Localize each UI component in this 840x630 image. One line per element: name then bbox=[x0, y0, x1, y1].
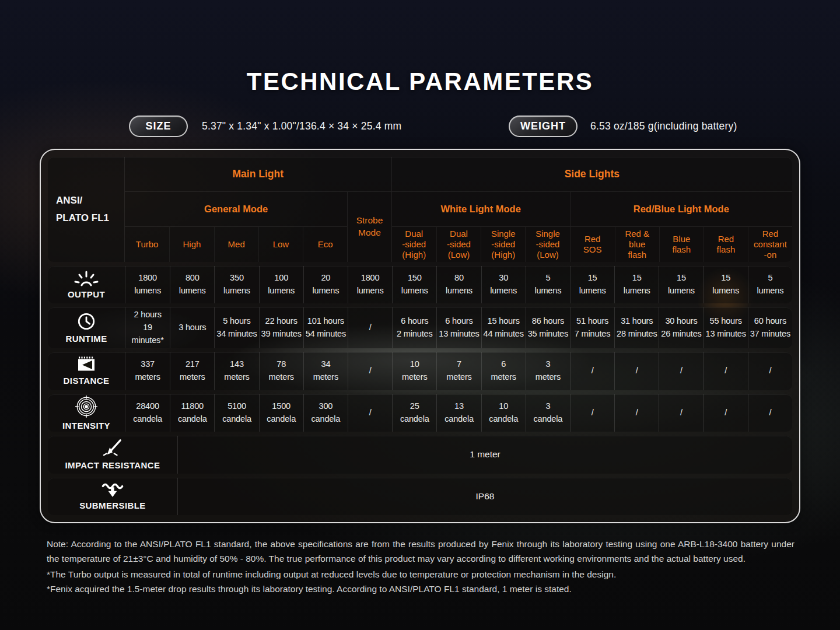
sunburst-icon bbox=[74, 270, 99, 286]
spec-cell: 143 meters bbox=[214, 352, 258, 390]
spec-cell: 55 hours 13 minutes bbox=[704, 307, 748, 348]
column-header: Dual -sided (Low) bbox=[436, 227, 481, 262]
spec-cell: 30 hours 26 minutes bbox=[659, 307, 703, 348]
standard-label: ANSI/ PLATO FL1 bbox=[48, 157, 125, 262]
column-header: Blue flash bbox=[659, 227, 704, 262]
column-header: Dual -sided (High) bbox=[392, 227, 436, 262]
spec-cell: / bbox=[704, 352, 748, 390]
row-label: RUNTIME bbox=[65, 334, 107, 344]
spec-cell: 5 lumens bbox=[526, 266, 570, 303]
spec-cell: / bbox=[570, 394, 614, 432]
column-headers-redblue: Red SOSRed & blue flashBlue flashRed fla… bbox=[570, 227, 792, 262]
spec-cell: 34 meters bbox=[303, 352, 348, 390]
spec-cell: 5100 candela bbox=[214, 394, 258, 432]
note-paragraph: Note: According to the ANSI/PLATO FL1 st… bbox=[47, 537, 794, 566]
row-intensity: INTENSITY 28400 candela11800 candela5100… bbox=[48, 394, 792, 432]
spec-cell: 350 lumens bbox=[214, 266, 258, 303]
column-header: Red constant -on bbox=[748, 227, 792, 262]
spec-cell: 13 candela bbox=[436, 394, 481, 432]
spec-cell: / bbox=[570, 352, 614, 390]
spec-cell: 800 lumens bbox=[170, 266, 214, 303]
spec-cell: 101 hours 54 minutes bbox=[303, 307, 348, 348]
spec-cell: 60 hours 37 minutes bbox=[748, 307, 792, 348]
note-drop: *Fenix acquired the 1.5-meter drop resul… bbox=[47, 582, 794, 596]
spec-cell: 15 lumens bbox=[570, 266, 614, 303]
row-impact-resistance: IMPACT RESISTANCE 1 meter bbox=[48, 436, 792, 473]
spec-cell: / bbox=[348, 394, 392, 432]
spec-cell: 28400 candela bbox=[125, 394, 170, 432]
spec-cell: 10 meters bbox=[392, 352, 436, 390]
spec-cell: 3 candela bbox=[526, 394, 570, 432]
spec-cell: 80 lumens bbox=[436, 266, 481, 303]
spec-cell: 15 lumens bbox=[614, 266, 659, 303]
row-label: DISTANCE bbox=[64, 376, 110, 386]
spec-cell: / bbox=[748, 352, 792, 390]
spec-cell: 7 meters bbox=[436, 352, 481, 390]
column-header: Med bbox=[214, 227, 258, 262]
clock-icon bbox=[77, 312, 96, 331]
spec-cell: 25 candela bbox=[392, 394, 436, 432]
spec-cell: 20 lumens bbox=[303, 266, 348, 303]
page-title: TECHNICAL PARAMETERS bbox=[0, 68, 840, 96]
column-header: Red flash bbox=[704, 227, 748, 262]
spec-cell: 6 meters bbox=[481, 352, 526, 390]
spec-cell: / bbox=[704, 394, 748, 432]
spec-cell: 15 lumens bbox=[659, 266, 703, 303]
spec-cell: 1800 lumens bbox=[348, 266, 392, 303]
row-label: SUBMERSIBLE bbox=[79, 501, 146, 510]
spec-cell: / bbox=[659, 352, 703, 390]
row-runtime: RUNTIME 2 hours 19 minutes*3 hours5 hour… bbox=[48, 307, 792, 348]
spec-cell: 15 lumens bbox=[704, 266, 748, 303]
runtime-cells: 2 hours 19 minutes*3 hours5 hours 34 min… bbox=[125, 307, 792, 348]
row-distance: DISTANCE 337 meters217 meters143 meters7… bbox=[48, 352, 792, 390]
weight-value: 6.53 oz/185 g(including battery) bbox=[590, 116, 737, 137]
row-submersible: SUBMERSIBLE IP68 bbox=[48, 478, 792, 515]
column-header: Turbo bbox=[125, 227, 169, 262]
spec-cell: 51 hours 7 minutes bbox=[570, 307, 614, 348]
column-header: Low bbox=[258, 227, 303, 262]
spec-cell: 3 hours bbox=[170, 307, 214, 348]
spec-cell: 5 lumens bbox=[748, 266, 792, 303]
table-header: ANSI/ PLATO FL1 Main Light Side Lights G… bbox=[48, 157, 792, 262]
spec-cell: / bbox=[659, 394, 703, 432]
distance-cells: 337 meters217 meters143 meters78 meters3… bbox=[125, 352, 792, 390]
spec-cell: 300 candela bbox=[303, 394, 348, 432]
spec-cell: / bbox=[348, 307, 392, 348]
group-side-lights: Side Lights bbox=[392, 157, 792, 192]
spec-cell: 150 lumens bbox=[392, 266, 436, 303]
subgroup-white-light-mode: White Light Mode bbox=[392, 192, 570, 227]
column-headers-white: Dual -sided (High)Dual -sided (Low)Singl… bbox=[392, 227, 570, 262]
subgroup-red-blue-light-mode: Red/Blue Light Mode bbox=[570, 192, 792, 227]
spec-cell: 6 hours 13 minutes bbox=[436, 307, 481, 348]
spec-cell: / bbox=[614, 352, 659, 390]
spec-cell: 30 lumens bbox=[481, 266, 526, 303]
weight-badge: WEIGHT bbox=[509, 116, 578, 137]
technical-parameters-table: ANSI/ PLATO FL1 Main Light Side Lights G… bbox=[40, 149, 800, 523]
spec-cell: 217 meters bbox=[170, 352, 214, 390]
submersible-value: IP68 bbox=[177, 478, 792, 515]
spec-cell: 1500 candela bbox=[259, 394, 303, 432]
column-header: Eco bbox=[303, 227, 347, 262]
spec-cell: 6 hours 2 minutes bbox=[392, 307, 436, 348]
spec-cell: 100 lumens bbox=[259, 266, 303, 303]
beam-distance-icon bbox=[75, 356, 98, 373]
size-value: 5.37" x 1.34" x 1.00"/136.4 × 34 × 25.4 … bbox=[202, 116, 401, 137]
spec-cell: 22 hours 39 minutes bbox=[259, 307, 303, 348]
row-label: OUTPUT bbox=[68, 289, 105, 299]
spec-cell: 86 hours 35 minutes bbox=[526, 307, 570, 348]
note-turbo: *The Turbo output is measured in total o… bbox=[47, 567, 794, 582]
target-intensity-icon bbox=[75, 396, 97, 418]
spec-cell: / bbox=[748, 394, 792, 432]
spec-cell: 10 candela bbox=[481, 394, 526, 432]
column-header: Single -sided (High) bbox=[481, 227, 525, 262]
subgroup-strobe-mode: Strobe Mode bbox=[347, 192, 391, 262]
spec-cell: 1800 lumens bbox=[125, 266, 170, 303]
spec-cell: 31 hours 28 minutes bbox=[614, 307, 659, 348]
spec-cell: 5 hours 34 minutes bbox=[214, 307, 258, 348]
spec-cell: 15 hours 44 minutes bbox=[481, 307, 526, 348]
output-cells: 1800 lumens800 lumens350 lumens100 lumen… bbox=[125, 266, 792, 303]
spec-cell: 78 meters bbox=[259, 352, 303, 390]
submersible-water-icon bbox=[101, 482, 124, 498]
spec-cell: 2 hours 19 minutes* bbox=[125, 307, 170, 348]
column-header: Red & blue flash bbox=[615, 227, 659, 262]
